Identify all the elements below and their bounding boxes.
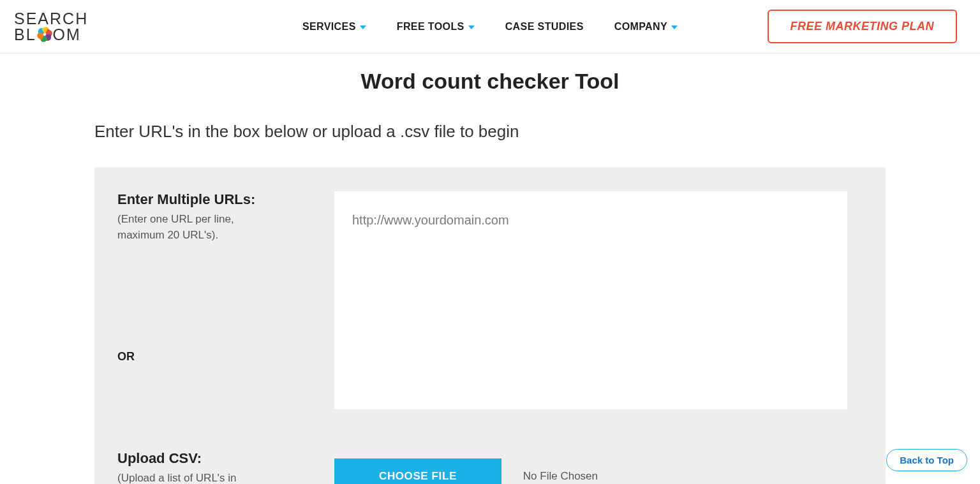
- chevron-down-icon: [468, 26, 475, 29]
- free-marketing-plan-button[interactable]: FREE MARKETING PLAN: [768, 10, 958, 43]
- nav-services-label: SERVICES: [302, 21, 356, 33]
- logo-line2b: OM: [53, 27, 81, 43]
- urls-label: Enter Multiple URLs:: [117, 191, 334, 208]
- upload-hint-text: (Upload a list of URL's in .CSV format).: [117, 472, 237, 484]
- nav-case-studies-label: CASE STUDIES: [505, 21, 584, 33]
- nav-free-tools[interactable]: FREE TOOLS: [397, 21, 475, 33]
- top-header: SEARCH BL OM SERVICES FREE TOOLS CASE ST…: [0, 0, 980, 54]
- upload-action-col: CHOOSE FILE No File Chosen: [334, 450, 847, 484]
- upload-hint: (Upload a list of URL's in .CSV format).…: [117, 471, 258, 484]
- or-label: OR: [117, 350, 334, 363]
- chevron-down-icon: [360, 26, 366, 29]
- choose-file-button[interactable]: CHOOSE FILE: [334, 458, 501, 484]
- primary-nav: SERVICES FREE TOOLS CASE STUDIES COMPANY: [302, 21, 678, 33]
- urls-input-col: [334, 191, 847, 412]
- urls-label-col: Enter Multiple URLs: (Enter one URL per …: [117, 191, 334, 412]
- nav-company[interactable]: COMPANY: [614, 21, 678, 33]
- tool-panel: Enter Multiple URLs: (Enter one URL per …: [94, 167, 886, 484]
- flower-icon: [37, 27, 52, 42]
- upload-row: Upload CSV: (Upload a list of URL's in .…: [117, 450, 847, 484]
- back-to-top-button[interactable]: Back to Top: [886, 449, 967, 471]
- logo-line1: SEARCH: [14, 11, 88, 27]
- no-file-chosen-label: No File Chosen: [523, 470, 598, 483]
- urls-hint: (Enter one URL per line, maximum 20 URL'…: [117, 212, 258, 243]
- urls-textarea[interactable]: [334, 191, 847, 409]
- page-title: Word count checker Tool: [0, 69, 980, 94]
- nav-company-label: COMPANY: [614, 21, 667, 33]
- nav-case-studies[interactable]: CASE STUDIES: [505, 21, 584, 33]
- upload-label-col: Upload CSV: (Upload a list of URL's in .…: [117, 450, 334, 484]
- logo-line2a: BL: [14, 27, 36, 43]
- chevron-down-icon: [671, 26, 678, 29]
- brand-logo[interactable]: SEARCH BL OM: [14, 11, 88, 43]
- urls-row: Enter Multiple URLs: (Enter one URL per …: [117, 191, 847, 412]
- nav-services[interactable]: SERVICES: [302, 21, 366, 33]
- page-subtitle: Enter URL's in the box below or upload a…: [94, 122, 860, 142]
- upload-label: Upload CSV:: [117, 450, 334, 467]
- main-content: Word count checker Tool Enter URL's in t…: [0, 54, 980, 484]
- logo-line2: BL OM: [14, 27, 88, 43]
- nav-free-tools-label: FREE TOOLS: [397, 21, 464, 33]
